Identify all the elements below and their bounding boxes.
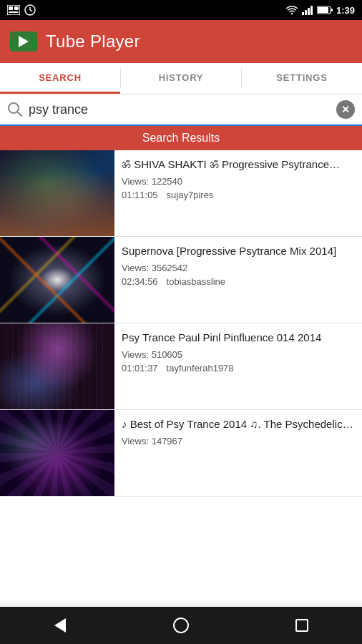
video-info-3: Psy Trance Paul Pinl Pinfluence 014 2014… [114,323,362,381]
status-bar-right: 1:39 [285,5,355,16]
tabs-bar: SEARCH HISTORY SETTINGS [0,63,362,94]
status-time: 1:39 [336,5,355,16]
svg-rect-7 [302,12,304,15]
svg-rect-1 [9,6,13,10]
video-channel-3: tayfunferah1978 [167,363,234,374]
video-item-2[interactable]: Supernova [Progressive Psytrance Mix 201… [0,237,362,323]
video-meta-3: 01:01:37 tayfunferah1978 [122,363,355,374]
bottom-nav [0,607,362,644]
video-views-1: Views: 122540 [122,176,355,187]
svg-rect-9 [308,8,310,15]
video-duration-2: 02:34:56 [122,276,158,287]
svg-line-6 [30,10,32,11]
app-title: Tube Player [46,31,140,52]
video-item-3[interactable]: Psy Trance Paul Pinl Pinfluence 014 2014… [0,323,362,410]
video-list: ॐ SHIVA SHAKTI ॐ Progressive Psytrance… … [0,150,362,602]
video-item-4[interactable]: ♪ Best of Psy Trance 2014 ♫. The Psyched… [0,410,362,497]
svg-rect-2 [14,6,19,10]
battery-icon [317,6,333,14]
recents-icon [295,619,308,632]
video-duration-1: 01:11:05 [122,190,158,200]
back-button[interactable] [42,608,78,643]
video-thumbnail-2 [0,237,114,323]
video-info-4: ♪ Best of Psy Trance 2014 ♫. The Psyched… [114,410,362,457]
home-button[interactable] [163,608,199,643]
video-title-4: ♪ Best of Psy Trance 2014 ♫. The Psyched… [122,417,355,431]
video-thumbnail-3 [0,323,114,409]
svg-rect-12 [318,7,328,13]
app-logo [10,31,37,52]
svg-rect-3 [9,11,19,13]
video-info-1: ॐ SHIVA SHAKTI ॐ Progressive Psytrance… … [114,150,362,208]
video-meta-2: 02:34:56 tobiasbassline [122,276,355,287]
video-thumbnail-1 [0,150,114,236]
thumb-detail-3 [0,323,114,409]
clear-button[interactable]: ✕ [336,100,355,119]
search-bar: ✕ [0,94,362,126]
svg-rect-8 [305,10,307,15]
tab-settings[interactable]: SETTINGS [242,63,362,94]
clock-icon [24,4,36,16]
back-icon [54,618,66,633]
video-meta-1: 01:11:05 sujay7pires [122,190,355,200]
video-title-2: Supernova [Progressive Psytrance Mix 201… [122,244,355,258]
tab-history[interactable]: HISTORY [121,63,241,94]
recents-button[interactable] [284,608,320,643]
video-info-2: Supernova [Progressive Psytrance Mix 201… [114,237,362,294]
search-icon [7,102,23,117]
video-views-3: Views: 510605 [122,349,355,360]
video-title-3: Psy Trance Paul Pinl Pinfluence 014 2014 [122,331,355,345]
play-icon [19,36,29,47]
video-duration-3: 01:01:37 [122,363,158,374]
video-channel-2: tobiasbassline [167,276,225,287]
video-views-4: Views: 147967 [122,436,355,447]
video-title-1: ॐ SHIVA SHAKTI ॐ Progressive Psytrance… [122,157,355,172]
thumb-overlay-1 [0,172,114,236]
svg-rect-13 [331,9,333,11]
signal-icon [302,5,313,15]
svg-line-15 [18,112,22,117]
status-bar-left [7,4,36,16]
svg-rect-10 [310,6,313,15]
gallery-icon [7,5,20,15]
home-icon [173,618,189,633]
video-item-1[interactable]: ॐ SHIVA SHAKTI ॐ Progressive Psytrance… … [0,150,362,237]
video-thumbnail-4 [0,410,114,496]
app-bar: Tube Player [0,20,362,63]
video-views-2: Views: 3562542 [122,263,355,273]
tab-search[interactable]: SEARCH [0,63,120,94]
status-bar: 1:39 [0,0,362,20]
video-channel-1: sujay7pires [167,190,214,200]
results-header: Search Results [0,126,362,150]
wifi-icon [285,5,298,15]
search-input[interactable] [29,102,331,117]
